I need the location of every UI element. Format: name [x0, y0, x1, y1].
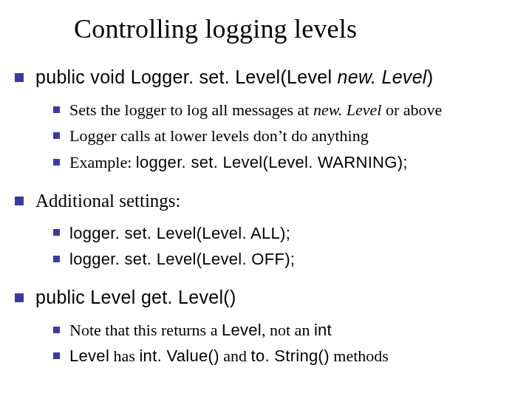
list-item: Sets the logger to log all messages at n…	[69, 99, 510, 121]
section-heading: Additional settings:	[35, 191, 181, 211]
list-item: Level has int. Value() and to. String() …	[69, 345, 510, 367]
section: public Level get. Level() Note that this…	[35, 285, 510, 367]
top-list: public void Logger. set. Level(Level new…	[74, 65, 510, 367]
section-heading: public void Logger. set. Level(Level new…	[35, 67, 433, 87]
list-item: Logger calls at lower levels don’t do an…	[69, 125, 510, 147]
sub-list: Sets the logger to log all messages at n…	[35, 99, 510, 174]
list-item: Example: logger. set. Level(Level. WARNI…	[69, 151, 510, 174]
slide-title: Controlling logging levels	[74, 13, 510, 44]
section: Additional settings: logger. set. Level(…	[35, 188, 510, 270]
list-item: logger. set. Level(Level. ALL);	[69, 222, 510, 245]
sub-list: Note that this returns a Level, not an i…	[35, 319, 510, 367]
slide: Controlling logging levels public void L…	[0, 0, 532, 399]
list-item: Note that this returns a Level, not an i…	[69, 319, 510, 341]
section: public void Logger. set. Level(Level new…	[35, 65, 510, 174]
sub-list: logger. set. Level(Level. ALL); logger. …	[35, 222, 510, 270]
list-item: logger. set. Level(Level. OFF);	[69, 248, 510, 270]
section-heading: public Level get. Level()	[35, 287, 236, 307]
